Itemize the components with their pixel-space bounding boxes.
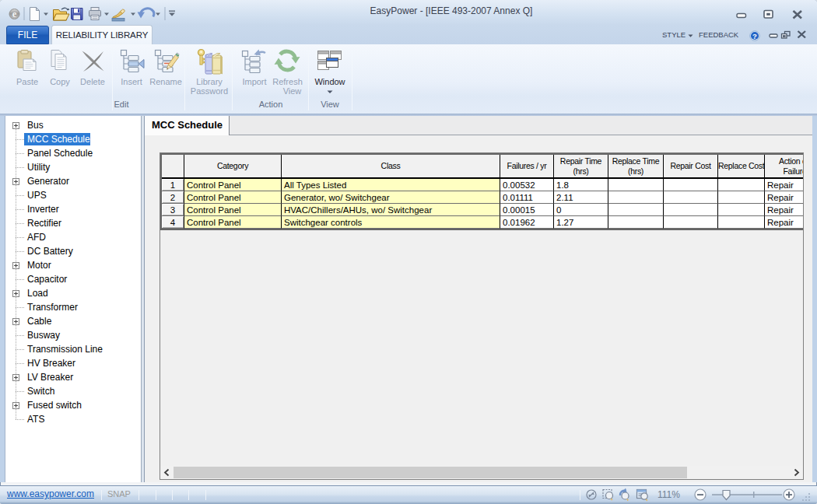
svg-text:e: e bbox=[12, 9, 17, 19]
svg-text:?: ? bbox=[752, 32, 757, 40]
